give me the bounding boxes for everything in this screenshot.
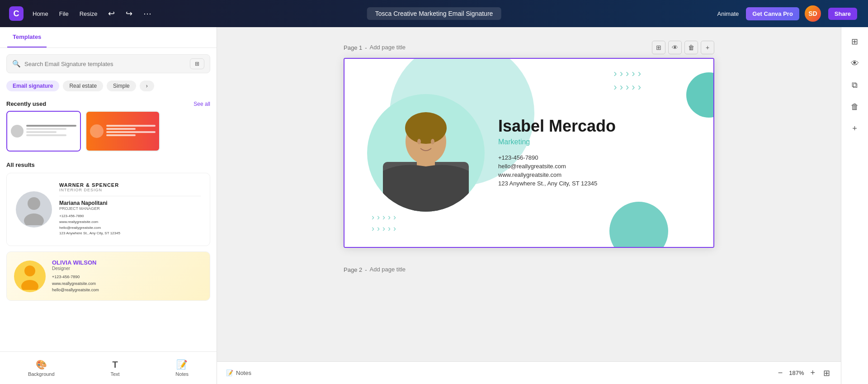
email-signature-card[interactable]: › › › › › › › › › › › › <box>344 58 714 248</box>
svg-point-0 <box>28 197 40 210</box>
background-icon: 🎨 <box>36 359 47 370</box>
home-button[interactable]: Home <box>31 9 50 19</box>
bracket-item: › <box>377 224 380 233</box>
user-avatar[interactable]: SD <box>805 5 821 22</box>
tag-more[interactable]: › <box>140 81 154 91</box>
sig-address[interactable]: 123 Anywhere St., Any City, ST 12345 <box>498 180 700 187</box>
tag-real-estate[interactable]: Real estate <box>63 81 103 91</box>
file-button[interactable]: File <box>57 9 71 19</box>
notes-tab[interactable]: 📝 Notes <box>226 370 251 376</box>
text-label: Text <box>110 371 119 377</box>
get-canva-pro-button[interactable]: Get Canva Pro <box>746 7 799 20</box>
bracket-row-3: › › › › › <box>372 213 396 222</box>
sig-photo-circle <box>367 94 485 212</box>
result-card-2-phone: +123-456-7890 <box>52 274 203 280</box>
sig-person-name[interactable]: Isabel Mercado <box>498 117 700 135</box>
text-icon: T <box>112 360 118 370</box>
result-card-2-inner: OLIVIA WILSON Designer +123-456-7890 www… <box>7 252 210 300</box>
thumb-text-1 <box>26 125 76 137</box>
grid-icon: ⊞ <box>823 369 830 378</box>
bracket-item: › <box>388 213 391 222</box>
result-card-1-role: PROJECT MANAGER <box>59 206 201 211</box>
page-1-layout-btn[interactable]: ⊞ <box>652 41 665 54</box>
bottom-tab-notes[interactable]: 📝 Notes <box>169 356 195 379</box>
see-all-link[interactable]: See all <box>193 101 210 107</box>
thumb-line <box>26 134 66 136</box>
recently-used-thumb-2[interactable] <box>85 111 160 152</box>
bottom-tab-text[interactable]: T Text <box>104 357 126 379</box>
copy-icon: ⧉ <box>852 81 858 90</box>
recently-used-list <box>0 111 217 158</box>
right-add-btn[interactable]: + <box>845 119 865 138</box>
bracket-row-1: › › › › › <box>613 68 641 80</box>
right-layout-btn[interactable]: ⊞ <box>845 32 865 52</box>
page-1-title-input[interactable] <box>370 44 446 51</box>
thumb-line <box>106 128 136 130</box>
sig-phone[interactable]: +123-456-7890 <box>498 154 700 161</box>
redo-button[interactable]: ↪ <box>124 7 134 20</box>
thumb-line <box>106 134 136 136</box>
animate-button[interactable]: Animate <box>716 9 741 19</box>
bottom-tab-background[interactable]: 🎨 Background <box>22 356 61 379</box>
result-card-1-company: WARNER & SPENCER <box>59 182 201 188</box>
bracket-item: › <box>626 68 629 80</box>
design-title[interactable]: Tosca Creative Marketing Email Signature <box>367 7 501 20</box>
undo-button[interactable]: ↩ <box>106 7 117 20</box>
svg-point-9 <box>417 139 421 144</box>
search-input[interactable] <box>24 61 184 67</box>
sig-content: Isabel Mercado Marketing +123-456-7890 h… <box>498 117 700 189</box>
topbar: C Home File Resize ↩ ↪ ⋯ Tosca Creative … <box>0 0 868 27</box>
tab-templates[interactable]: Templates <box>7 27 47 47</box>
svg-point-2 <box>24 265 35 276</box>
page-1-add-btn[interactable]: + <box>701 41 714 54</box>
sig-email[interactable]: hello@reallygreatsite.com <box>498 163 700 170</box>
zoom-in-icon: + <box>810 368 815 377</box>
bracket-item: › <box>638 68 641 80</box>
left-panel: Templates 🔍 ⊞ Email signature Real estat… <box>0 27 217 384</box>
result-card-2-avatar <box>14 261 46 292</box>
svg-point-3 <box>21 280 38 290</box>
right-trash-btn[interactable]: 🗑 <box>845 97 865 117</box>
sig-website[interactable]: www.reallygreatsite.com <box>498 171 700 178</box>
bottom-bar-right: − 187% + ⊞ <box>776 366 832 380</box>
zoom-level[interactable]: 187% <box>789 370 804 376</box>
redo-icon: ↪ <box>126 9 132 19</box>
bracket-item: › <box>393 224 396 233</box>
grid-button[interactable]: ⊞ <box>821 366 832 380</box>
thumb-line <box>26 131 57 133</box>
result-card-2[interactable]: OLIVIA WILSON Designer +123-456-7890 www… <box>6 251 210 301</box>
resize-button[interactable]: Resize <box>78 9 99 19</box>
bracket-item: › <box>620 68 623 80</box>
tag-email-signature[interactable]: Email signature <box>6 81 59 91</box>
page-1-trash-btn[interactable]: 🗑 <box>684 41 698 54</box>
sig-brackets-topright: › › › › › › › › › › <box>613 68 641 93</box>
sig-person-title[interactable]: Marketing <box>498 138 700 146</box>
bracket-item: › <box>372 213 374 222</box>
sig-person-svg <box>374 103 478 212</box>
result-card-1[interactable]: WARNER & SPENCER INTERIOR DESIGN Mariana… <box>6 173 210 246</box>
bracket-item: › <box>632 68 635 80</box>
zoom-out-button[interactable]: − <box>776 366 785 379</box>
page-1-eye-btn[interactable]: 👁 <box>668 41 682 54</box>
right-copy-btn[interactable]: ⧉ <box>845 75 865 95</box>
divider <box>59 196 201 196</box>
bracket-item: › <box>382 213 385 222</box>
thumb-line <box>26 125 76 127</box>
bracket-item: › <box>638 81 641 93</box>
share-button[interactable]: Share <box>826 6 859 22</box>
zoom-in-button[interactable]: + <box>808 366 817 379</box>
more-options-button[interactable]: ⋯ <box>142 7 153 20</box>
notes-icon-bottom: 📝 <box>226 370 233 376</box>
bracket-row-4: › › › › › <box>372 224 396 233</box>
result-card-1-contact: +123-456-7890 www.reallygreatsite.com he… <box>59 213 201 237</box>
tag-simple[interactable]: Simple <box>107 81 136 91</box>
result-card-2-contact: +123-456-7890 www.reallygreatsite.com he… <box>52 274 203 293</box>
page-2-title-input[interactable] <box>370 266 446 273</box>
page-1-actions: ⊞ 👁 🗑 + <box>652 41 714 54</box>
bracket-item: › <box>388 224 391 233</box>
canva-logo[interactable]: C <box>9 6 24 21</box>
right-eye-btn[interactable]: 👁 <box>845 53 865 73</box>
right-panel: ⊞ 👁 ⧉ 🗑 + <box>841 27 868 384</box>
filter-button[interactable]: ⊞ <box>190 58 204 69</box>
recently-used-thumb-1[interactable] <box>6 111 81 152</box>
